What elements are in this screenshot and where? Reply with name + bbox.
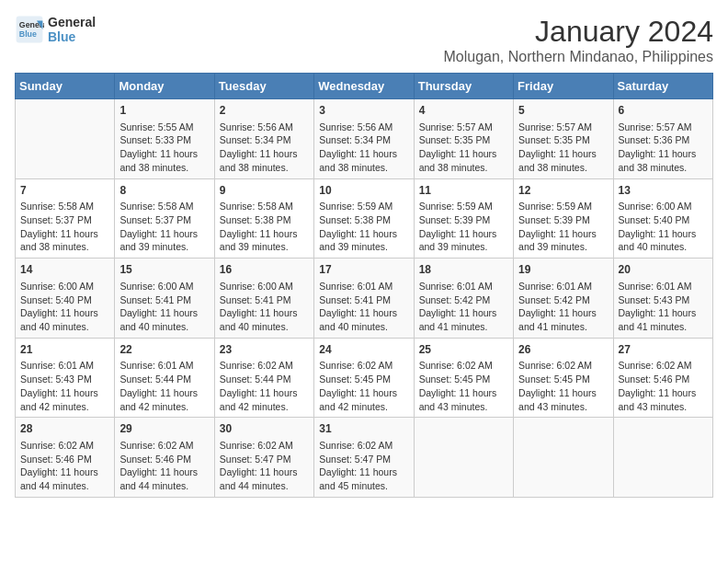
calendar-week-row: 21Sunrise: 6:01 AMSunset: 5:43 PMDayligh… xyxy=(16,338,713,418)
calendar-cell: 6Sunrise: 5:57 AMSunset: 5:36 PMDaylight… xyxy=(613,99,712,179)
cell-content: Sunrise: 6:01 AMSunset: 5:43 PMDaylight:… xyxy=(619,280,708,334)
calendar-cell: 11Sunrise: 5:59 AMSunset: 5:39 PMDayligh… xyxy=(414,178,513,259)
day-number: 14 xyxy=(20,262,109,278)
calendar-week-row: 7Sunrise: 5:58 AMSunset: 5:37 PMDaylight… xyxy=(16,178,713,259)
day-number: 11 xyxy=(419,183,508,199)
cell-content: Sunrise: 5:57 AMSunset: 5:36 PMDaylight:… xyxy=(619,121,708,175)
calendar-cell: 29Sunrise: 6:02 AMSunset: 5:46 PMDayligh… xyxy=(115,418,214,498)
day-number: 8 xyxy=(119,183,209,199)
day-number: 1 xyxy=(119,103,209,119)
day-number: 17 xyxy=(319,262,408,278)
cell-content: Sunrise: 5:58 AMSunset: 5:38 PMDaylight:… xyxy=(220,200,309,254)
cell-content: Sunrise: 6:00 AMSunset: 5:40 PMDaylight:… xyxy=(20,280,109,334)
page-header: General Blue General Blue January 2024 M… xyxy=(15,15,713,65)
calendar-cell: 14Sunrise: 6:00 AMSunset: 5:40 PMDayligh… xyxy=(16,259,115,339)
calendar-cell: 5Sunrise: 5:57 AMSunset: 5:35 PMDaylight… xyxy=(514,99,613,179)
calendar-cell: 19Sunrise: 6:01 AMSunset: 5:42 PMDayligh… xyxy=(514,259,613,339)
cell-content: Sunrise: 5:56 AMSunset: 5:34 PMDaylight:… xyxy=(319,121,408,175)
calendar-cell: 10Sunrise: 5:59 AMSunset: 5:38 PMDayligh… xyxy=(314,178,414,259)
calendar-cell: 28Sunrise: 6:02 AMSunset: 5:46 PMDayligh… xyxy=(16,418,115,498)
calendar-title: January 2024 xyxy=(443,15,713,49)
logo-text-blue: Blue xyxy=(48,29,96,44)
calendar-cell xyxy=(16,99,115,179)
calendar-header-row: SundayMondayTuesdayWednesdayThursdayFrid… xyxy=(16,74,713,99)
day-number: 12 xyxy=(518,183,608,199)
header-cell-friday: Friday xyxy=(514,74,613,99)
cell-content: Sunrise: 5:57 AMSunset: 5:35 PMDaylight:… xyxy=(518,121,608,175)
cell-content: Sunrise: 6:01 AMSunset: 5:44 PMDaylight:… xyxy=(119,359,209,413)
day-number: 19 xyxy=(518,262,608,278)
cell-content: Sunrise: 6:01 AMSunset: 5:43 PMDaylight:… xyxy=(20,359,109,413)
calendar-subtitle: Molugan, Northern Mindanao, Philippines xyxy=(443,49,713,65)
calendar-cell: 17Sunrise: 6:01 AMSunset: 5:41 PMDayligh… xyxy=(314,259,414,339)
cell-content: Sunrise: 6:02 AMSunset: 5:46 PMDaylight:… xyxy=(119,439,209,493)
calendar-cell xyxy=(414,418,513,498)
day-number: 13 xyxy=(619,183,708,199)
day-number: 18 xyxy=(419,262,508,278)
cell-content: Sunrise: 5:58 AMSunset: 5:37 PMDaylight:… xyxy=(20,200,109,254)
cell-content: Sunrise: 6:00 AMSunset: 5:41 PMDaylight:… xyxy=(220,280,309,334)
header-cell-saturday: Saturday xyxy=(613,74,712,99)
cell-content: Sunrise: 6:01 AMSunset: 5:42 PMDaylight:… xyxy=(518,280,608,334)
calendar-week-row: 1Sunrise: 5:55 AMSunset: 5:33 PMDaylight… xyxy=(16,99,713,179)
logo-text-general: General xyxy=(48,15,96,29)
cell-content: Sunrise: 5:59 AMSunset: 5:39 PMDaylight:… xyxy=(518,200,608,254)
calendar-cell xyxy=(613,418,712,498)
day-number: 31 xyxy=(319,421,408,437)
logo: General Blue General Blue xyxy=(15,15,96,44)
calendar-cell: 20Sunrise: 6:01 AMSunset: 5:43 PMDayligh… xyxy=(613,259,712,339)
day-number: 23 xyxy=(220,342,309,358)
calendar-cell: 24Sunrise: 6:02 AMSunset: 5:45 PMDayligh… xyxy=(314,338,414,418)
cell-content: Sunrise: 5:57 AMSunset: 5:35 PMDaylight:… xyxy=(419,121,508,175)
calendar-cell xyxy=(514,418,613,498)
calendar-cell: 2Sunrise: 5:56 AMSunset: 5:34 PMDaylight… xyxy=(214,99,313,179)
calendar-cell: 21Sunrise: 6:01 AMSunset: 5:43 PMDayligh… xyxy=(16,338,115,418)
day-number: 10 xyxy=(319,183,408,199)
cell-content: Sunrise: 5:59 AMSunset: 5:38 PMDaylight:… xyxy=(319,200,408,254)
cell-content: Sunrise: 6:01 AMSunset: 5:42 PMDaylight:… xyxy=(419,280,508,334)
cell-content: Sunrise: 6:00 AMSunset: 5:40 PMDaylight:… xyxy=(619,200,708,254)
cell-content: Sunrise: 6:00 AMSunset: 5:41 PMDaylight:… xyxy=(119,280,209,334)
day-number: 6 xyxy=(619,103,708,119)
day-number: 9 xyxy=(220,183,309,199)
calendar-table: SundayMondayTuesdayWednesdayThursdayFrid… xyxy=(15,73,713,498)
calendar-cell: 13Sunrise: 6:00 AMSunset: 5:40 PMDayligh… xyxy=(613,178,712,259)
calendar-cell: 12Sunrise: 5:59 AMSunset: 5:39 PMDayligh… xyxy=(514,178,613,259)
calendar-cell: 8Sunrise: 5:58 AMSunset: 5:37 PMDaylight… xyxy=(115,178,214,259)
calendar-cell: 15Sunrise: 6:00 AMSunset: 5:41 PMDayligh… xyxy=(115,259,214,339)
day-number: 21 xyxy=(20,342,109,358)
calendar-cell: 23Sunrise: 6:02 AMSunset: 5:44 PMDayligh… xyxy=(214,338,313,418)
calendar-week-row: 28Sunrise: 6:02 AMSunset: 5:46 PMDayligh… xyxy=(16,418,713,498)
calendar-cell: 26Sunrise: 6:02 AMSunset: 5:45 PMDayligh… xyxy=(514,338,613,418)
day-number: 3 xyxy=(319,103,408,119)
cell-content: Sunrise: 6:01 AMSunset: 5:41 PMDaylight:… xyxy=(319,280,408,334)
title-block: January 2024 Molugan, Northern Mindanao,… xyxy=(443,15,713,65)
calendar-cell: 30Sunrise: 6:02 AMSunset: 5:47 PMDayligh… xyxy=(214,418,313,498)
cell-content: Sunrise: 6:02 AMSunset: 5:45 PMDaylight:… xyxy=(319,359,408,413)
calendar-cell: 3Sunrise: 5:56 AMSunset: 5:34 PMDaylight… xyxy=(314,99,414,179)
cell-content: Sunrise: 5:59 AMSunset: 5:39 PMDaylight:… xyxy=(419,200,508,254)
calendar-cell: 31Sunrise: 6:02 AMSunset: 5:47 PMDayligh… xyxy=(314,418,414,498)
day-number: 22 xyxy=(119,342,209,358)
header-cell-tuesday: Tuesday xyxy=(214,74,313,99)
day-number: 2 xyxy=(220,103,309,119)
cell-content: Sunrise: 6:02 AMSunset: 5:45 PMDaylight:… xyxy=(419,359,508,413)
cell-content: Sunrise: 5:56 AMSunset: 5:34 PMDaylight:… xyxy=(220,121,309,175)
day-number: 5 xyxy=(518,103,608,119)
day-number: 29 xyxy=(119,421,209,437)
day-number: 26 xyxy=(518,342,608,358)
cell-content: Sunrise: 5:55 AMSunset: 5:33 PMDaylight:… xyxy=(119,121,209,175)
day-number: 4 xyxy=(419,103,508,119)
header-cell-thursday: Thursday xyxy=(414,74,513,99)
calendar-cell: 7Sunrise: 5:58 AMSunset: 5:37 PMDaylight… xyxy=(16,178,115,259)
calendar-cell: 18Sunrise: 6:01 AMSunset: 5:42 PMDayligh… xyxy=(414,259,513,339)
day-number: 28 xyxy=(20,421,109,437)
day-number: 16 xyxy=(220,262,309,278)
calendar-week-row: 14Sunrise: 6:00 AMSunset: 5:40 PMDayligh… xyxy=(16,259,713,339)
calendar-cell: 22Sunrise: 6:01 AMSunset: 5:44 PMDayligh… xyxy=(115,338,214,418)
svg-text:Blue: Blue xyxy=(19,29,37,39)
logo-icon: General Blue xyxy=(15,15,44,44)
calendar-cell: 9Sunrise: 5:58 AMSunset: 5:38 PMDaylight… xyxy=(214,178,313,259)
cell-content: Sunrise: 6:02 AMSunset: 5:46 PMDaylight:… xyxy=(20,439,109,493)
calendar-cell: 1Sunrise: 5:55 AMSunset: 5:33 PMDaylight… xyxy=(115,99,214,179)
